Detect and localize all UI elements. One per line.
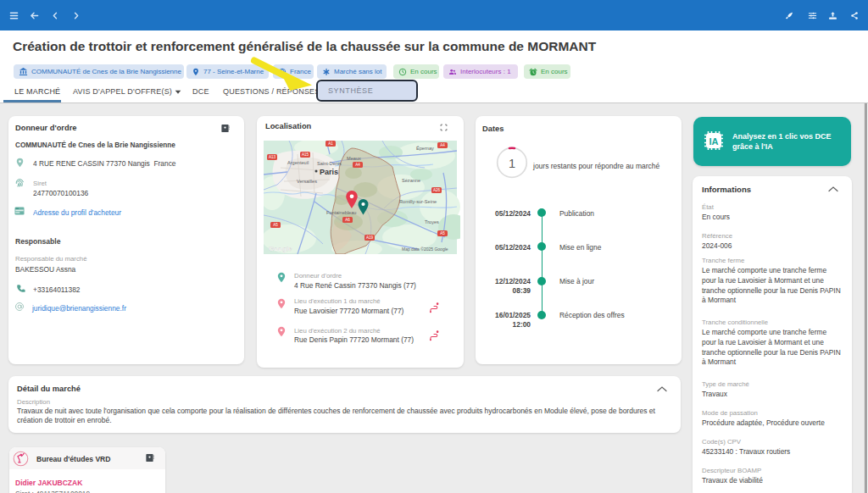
svg-text:Paris: Paris <box>320 168 338 176</box>
svg-text:A13: A13 <box>269 155 276 159</box>
svg-text:Troyes: Troyes <box>425 219 439 224</box>
svg-text:A5: A5 <box>440 231 445 235</box>
svg-text:Sézanne: Sézanne <box>402 178 420 183</box>
svg-text:A1: A1 <box>328 141 333 146</box>
svg-text:Romilly-sur-Seine: Romilly-sur-Seine <box>399 199 437 204</box>
svg-text:A4: A4 <box>440 143 445 147</box>
svg-text:Meaux: Meaux <box>347 156 361 161</box>
svg-text:IA: IA <box>709 136 719 147</box>
svg-text:A15: A15 <box>302 152 309 157</box>
svg-text:A5: A5 <box>273 223 278 227</box>
svg-text:A4: A4 <box>355 163 360 167</box>
svg-text:Google: Google <box>269 245 292 252</box>
svg-text:Versailles: Versailles <box>297 179 317 184</box>
svg-text:A6: A6 <box>345 218 350 222</box>
svg-text:A19: A19 <box>366 235 374 240</box>
svg-text:Fontainebleau: Fontainebleau <box>326 210 356 215</box>
svg-text:Map data ©2025 Google: Map data ©2025 Google <box>402 246 448 252</box>
svg-text:Épernay: Épernay <box>416 146 434 151</box>
svg-text:A26: A26 <box>433 188 441 192</box>
svg-text:Argenteuil: Argenteuil <box>287 160 309 165</box>
svg-text:Saint-Denis: Saint-Denis <box>317 161 342 166</box>
svg-text:1: 1 <box>509 157 515 170</box>
